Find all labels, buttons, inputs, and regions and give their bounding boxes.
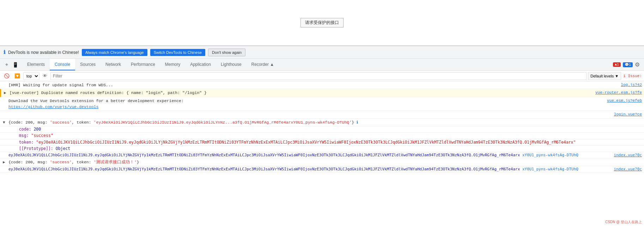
log-line-hmr: [HMR] Waiting for update signal from WDS… bbox=[0, 81, 644, 89]
warning-badge: ▲1 bbox=[613, 62, 621, 67]
cursor-icon[interactable]: ⌖ bbox=[4, 61, 10, 69]
tab-recorder[interactable]: Recorder ▲ bbox=[247, 59, 279, 70]
match-language-button[interactable]: Always match Chrome's language bbox=[82, 49, 147, 56]
tabs-right-area: ▲1 💬1 ⚙ bbox=[613, 61, 643, 68]
context-select[interactable]: top bbox=[23, 72, 40, 80]
log-line-devtools: Download the Vue Devtools extension for … bbox=[0, 97, 644, 111]
issues-badge: 1 Issue: bbox=[623, 74, 642, 78]
tab-sources[interactable]: Sources bbox=[75, 59, 101, 70]
switch-to-chinese-button[interactable]: Switch DevTools to Chinese bbox=[150, 49, 205, 56]
devtools-panel: ℹ DevTools is now available in Chinese! … bbox=[0, 46, 644, 226]
log-line-test-success: ▶ {code: 200, msg: 'success', token: '测试… bbox=[0, 158, 644, 166]
log-line-login-source: login.vue?ce bbox=[0, 111, 644, 119]
log-text-test: {code: 200, msg: 'success', token: '测试请求… bbox=[8, 159, 642, 165]
page-area: 请求受保护的接口 bbox=[0, 0, 644, 46]
tab-performance[interactable]: Performance bbox=[126, 59, 160, 70]
console-content: [HMR] Waiting for update signal from WDS… bbox=[0, 81, 644, 226]
log-sub-msg: msg: "success" bbox=[0, 133, 644, 139]
tab-console[interactable]: Console bbox=[50, 59, 75, 70]
tab-lighthouse[interactable]: Lighthouse bbox=[216, 59, 247, 70]
expand-arrow-test[interactable]: ▶ bbox=[3, 159, 5, 165]
log-text-vue-router: [vue-router] Duplicate named routes defi… bbox=[10, 90, 592, 96]
lang-notification-bar: ℹ DevTools is now available in Chinese! … bbox=[0, 46, 644, 59]
log-text-token-obj: {code: 200, msg: 'success', token: 'eyJ0… bbox=[8, 119, 642, 126]
log-source-long2[interactable]: index.vue?0c bbox=[610, 167, 642, 171]
tab-elements[interactable]: Elements bbox=[22, 59, 50, 70]
filter-input[interactable] bbox=[50, 72, 587, 80]
expand-arrow-vue-router[interactable]: ▶ bbox=[4, 90, 6, 96]
settings-gear-button[interactable]: ⚙ bbox=[635, 61, 640, 68]
devtools-tabs-bar: ⌖ 📱 Elements Console Sources Network Per… bbox=[0, 59, 644, 71]
info-icon: ℹ bbox=[4, 49, 5, 55]
tab-icons-group: ⌖ 📱 bbox=[1, 61, 22, 69]
mobile-icon[interactable]: 📱 bbox=[11, 61, 20, 69]
tab-memory[interactable]: Memory bbox=[160, 59, 185, 70]
log-line-vue-router: ▶ [vue-router] Duplicate named routes de… bbox=[0, 89, 644, 97]
log-source-hmr[interactable]: log.js?42 bbox=[618, 82, 642, 88]
lang-message: DevTools is now available in Chinese! bbox=[8, 50, 79, 55]
log-text-devtools: Download the Vue Devtools extension for … bbox=[8, 98, 603, 110]
log-source-long1[interactable]: index.vue?0c bbox=[610, 153, 642, 157]
expand-arrow-token[interactable]: ▼ bbox=[3, 120, 5, 126]
log-line-long-token: eyJ0eXAiOiJKV1QiLCJhbGciOiJIUzI1NiJ9.eyJ… bbox=[0, 152, 644, 158]
log-source-devtools[interactable]: vue.esm.js?efeb bbox=[603, 98, 642, 104]
log-sub-prototype: [[Prototype]]: Object bbox=[0, 146, 644, 152]
log-sub-code: code: 200 bbox=[0, 126, 644, 133]
tab-application[interactable]: Application bbox=[185, 59, 216, 70]
log-source-vue-router[interactable]: vue-router.esm.js?fe bbox=[592, 90, 642, 96]
tab-network[interactable]: Network bbox=[101, 59, 126, 70]
chat-badge: 💬1 bbox=[623, 62, 633, 67]
devtools-link[interactable]: https://github.com/vuejs/vue-devtools bbox=[8, 105, 98, 109]
watermark: CSDN @ 登山人在路上 bbox=[605, 220, 642, 225]
default-levels-button[interactable]: Default levels ▼ bbox=[588, 72, 621, 80]
log-text-hmr: [HMR] Waiting for update signal from WDS… bbox=[8, 82, 618, 88]
eye-icon-button[interactable]: 👁 bbox=[41, 73, 49, 79]
clear-console-button[interactable]: 🚫 bbox=[2, 73, 11, 79]
protected-badge: 请求受保护的接口 bbox=[300, 18, 344, 27]
tabs-list: Elements Console Sources Network Perform… bbox=[22, 59, 279, 70]
log-source-login[interactable]: login.vue?ce bbox=[610, 112, 642, 118]
toolbar-right: Default levels ▼ 1 Issue: bbox=[588, 72, 642, 80]
filter-toggle-button[interactable]: 🔽 bbox=[13, 73, 22, 79]
log-line-token-obj: ▼ {code: 200, msg: 'success', token: 'ey… bbox=[0, 119, 644, 127]
dont-show-again-button[interactable]: Don't show again bbox=[208, 49, 245, 56]
console-toolbar: 🚫 🔽 top 👁 Default levels ▼ 1 Issue: bbox=[0, 71, 644, 81]
log-line-long-token2: eyJ0eXAiOiJKV1QiLCJhbGciOiJIUzI1NiJ9.eyJ… bbox=[0, 166, 644, 172]
log-sub-token: token: "eyJ0eXAiOiJKV1QiLCJhbGciOiJIUzI1… bbox=[0, 139, 644, 146]
